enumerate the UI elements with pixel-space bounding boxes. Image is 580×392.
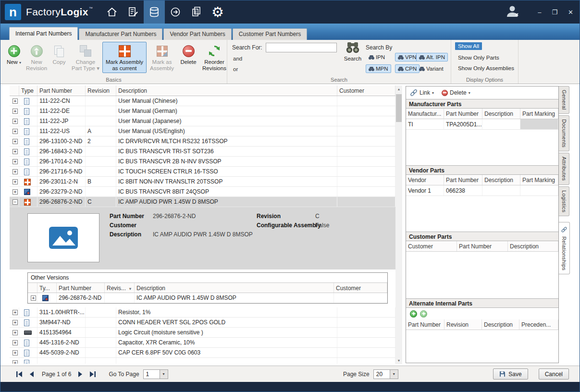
minimize-button[interactable]: – (536, 8, 543, 16)
vertical-scrollbar[interactable]: ▲ ▼ (395, 86, 402, 364)
part-numbers-tab[interactable]: Customer Part Numbers (233, 28, 307, 40)
type-column-header[interactable]: Type (19, 86, 37, 96)
table-row[interactable]: − 296-26876-2-ND C IC AMP AUDIO PWR 1.45… (10, 197, 395, 207)
search-by-filter-toggle[interactable]: MPN (366, 64, 391, 73)
table-row[interactable]: + 311-1.00HRTR-... Resistor, 1% (10, 307, 395, 318)
table-row[interactable]: + 111-222-CN User Manual (Chinese) (10, 96, 395, 106)
show-only-assemblies-option[interactable]: Show Only Assemblies (455, 64, 517, 72)
reorder-revisions-button[interactable]: Reorder Revisions (199, 42, 229, 73)
settings-icon[interactable]: ⚙ (207, 0, 228, 24)
side-tab[interactable]: Logistics (559, 186, 569, 216)
expand-toggle[interactable]: + (12, 169, 18, 174)
side-tab[interactable]: General (559, 86, 569, 114)
table-row[interactable]: + 296-23279-2-ND IC BUS TRANSCVR 8BIT 24… (10, 187, 395, 197)
show-only-parts-option[interactable]: Show Only Parts (455, 54, 502, 61)
new-button[interactable]: New ▾ (4, 42, 24, 73)
scroll-up-button[interactable]: ▲ (395, 86, 402, 93)
show-all-option[interactable]: Show All (455, 42, 482, 50)
expand-toggle[interactable]: + (12, 129, 18, 134)
expand-toggle[interactable]: + (12, 350, 18, 355)
user-logged-out-icon[interactable] (506, 4, 520, 20)
expand-toggle[interactable]: + (12, 320, 18, 325)
type-column-header[interactable]: Ty... (37, 283, 57, 293)
table-row[interactable]: + 111-222-US A User Manual (US/English) (10, 126, 395, 136)
dropdown-caret-icon[interactable]: ▼ (160, 370, 168, 379)
side-tab[interactable]: Documents (559, 115, 569, 151)
table-row[interactable]: + 296-21716-5-ND IC TOUCH SCREEN CTRLR 1… (10, 167, 395, 177)
table-row[interactable]: + 296-16843-2-ND IC BUS TRANSCVR TRI-ST … (10, 147, 395, 157)
table-row[interactable]: + 445-1316-2-ND Capacitor, X7R Ceramic, … (10, 338, 395, 348)
expand-toggle[interactable]: + (12, 159, 18, 164)
first-page-button[interactable] (15, 370, 24, 378)
search-by-filter-toggle[interactable]: IPN (366, 53, 388, 61)
scroll-down-button[interactable]: ▼ (395, 357, 402, 364)
customer-column-header[interactable]: Customer (334, 283, 387, 293)
part-number-column-header[interactable]: Part Number (57, 283, 105, 293)
home-icon[interactable] (101, 0, 123, 24)
documents-icon[interactable] (186, 0, 207, 24)
release-icon[interactable] (165, 0, 186, 24)
other-version-row[interactable]: + 296-26876-2-ND IC AMP AUDIO PWR 1.45W … (28, 293, 387, 303)
page-size-select[interactable]: 20 ▼ (373, 369, 398, 379)
search-by-filter-toggle[interactable]: Alt. IPN (416, 53, 448, 61)
cancel-button[interactable]: Cancel (539, 368, 569, 380)
related-part-row[interactable]: TI TPA2005D1... (406, 119, 558, 130)
expand-toggle[interactable]: + (12, 360, 18, 364)
customer-column-header[interactable]: Customer (337, 86, 395, 96)
save-button[interactable]: Save (493, 368, 528, 380)
table-row[interactable]: + 296-23011-2-N B IC 8BIT NON-INV TRANSL… (10, 177, 395, 187)
change-part-type-button[interactable]: Change Part Type ▾ (69, 42, 102, 73)
expand-toggle[interactable]: + (12, 109, 18, 114)
side-tab[interactable]: Relationships (559, 222, 570, 274)
goto-page-select[interactable]: 1 ▼ (143, 369, 168, 379)
side-tab[interactable]: Attributes (559, 153, 569, 184)
table-row[interactable]: + 4151354964 Logic Circuit (moisture sen… (10, 328, 395, 338)
mark-assembly-as-current-button[interactable]: Mark Assembly as current (102, 42, 147, 73)
part-image-placeholder[interactable] (27, 213, 99, 262)
dropdown-caret-icon[interactable]: ▼ (390, 370, 398, 379)
table-row[interactable]: + 445-5039-2-ND CAP CER 6.8PF 50V C0G 06… (10, 348, 395, 358)
revision-column-header[interactable]: Revis...▼ (105, 283, 135, 293)
expand-toggle[interactable]: + (12, 139, 18, 144)
related-part-row[interactable]: Vendor 1 066238 (406, 185, 558, 196)
expand-toggle[interactable]: + (12, 149, 18, 154)
maximize-button[interactable]: ❐ (550, 8, 559, 16)
revision-column-header[interactable]: Revision (86, 86, 116, 96)
next-page-button[interactable] (76, 370, 85, 378)
add-alternate-part-button[interactable] (410, 310, 417, 318)
expand-toggle[interactable]: − (12, 199, 18, 205)
description-column-header[interactable]: Description (116, 86, 337, 96)
copy-button[interactable]: Copy (49, 42, 69, 73)
part-numbers-icon[interactable] (144, 0, 165, 24)
expand-toggle[interactable]: + (12, 340, 18, 345)
table-row[interactable]: + 3M9447-ND CONN HEADER VERT SGL 2POS GO… (10, 318, 395, 328)
description-column-header[interactable]: Description (135, 283, 334, 293)
last-page-button[interactable] (88, 370, 97, 378)
expand-toggle[interactable]: + (12, 119, 18, 124)
table-row[interactable]: + 111-222-DE User Manual (German) (10, 106, 395, 116)
expand-toggle[interactable]: + (31, 295, 36, 301)
table-row[interactable]: + 296-13100-2-ND 2 IC DRVR/RCVR MLTCH RS… (10, 136, 395, 147)
mark-as-assembly-button[interactable]: Mark as Assembly (147, 42, 177, 73)
link-button[interactable]: Link ▾ (410, 89, 434, 97)
expand-toggle[interactable]: + (12, 189, 18, 195)
expand-toggle[interactable]: + (12, 330, 18, 335)
unlink-delete-button[interactable]: Delete ▾ (442, 89, 470, 96)
expand-toggle[interactable]: + (12, 98, 18, 104)
process-forms-icon[interactable] (123, 0, 144, 24)
expand-toggle[interactable]: + (12, 179, 18, 184)
filter-caret-icon[interactable]: ▼ (128, 287, 132, 291)
part-number-column-header[interactable]: Part Number (37, 86, 86, 96)
table-row[interactable]: + 296-17014-2-ND IC BUS TRANSCVR 2B N-IN… (10, 157, 395, 167)
table-row[interactable]: + 111-222-JP User Manual (Japanese) (10, 116, 395, 126)
delete-button[interactable]: Delete (177, 42, 199, 73)
part-numbers-tab[interactable]: Manufacturer Part Numbers (79, 28, 162, 40)
close-button[interactable]: ✕ (567, 8, 575, 16)
expand-toggle[interactable]: + (12, 310, 18, 315)
prev-page-button[interactable] (27, 370, 36, 378)
new-revision-button[interactable]: New Revision (24, 42, 49, 73)
part-numbers-tab[interactable]: Vendor Part Numbers (163, 28, 231, 40)
add-alternate-part-secondary-button[interactable] (420, 310, 427, 318)
search-by-filter-toggle[interactable]: Variant (416, 64, 446, 73)
scrollbar-thumb[interactable] (396, 94, 402, 122)
